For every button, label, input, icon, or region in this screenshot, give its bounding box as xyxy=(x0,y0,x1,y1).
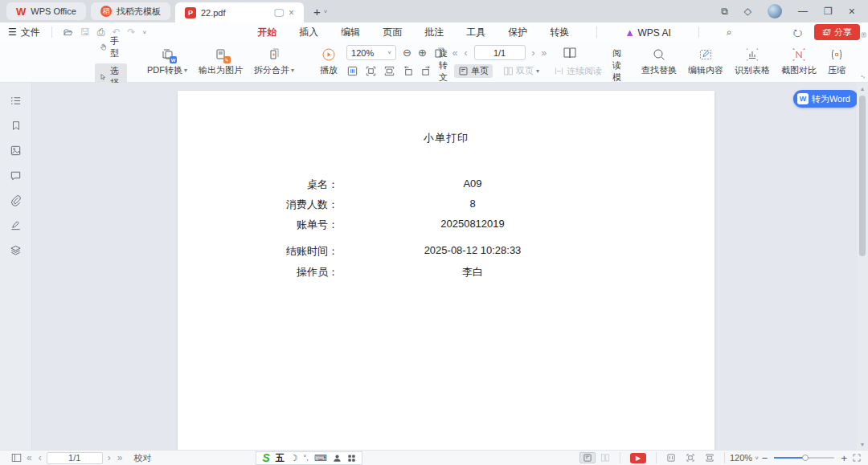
scroll-up-icon[interactable]: ▲ xyxy=(860,83,866,94)
zoom-select[interactable]: 120% ˅ xyxy=(346,45,396,60)
outline-panel-icon[interactable] xyxy=(10,94,23,107)
zoom-slider[interactable] xyxy=(774,457,834,459)
tab-22-pdf[interactable]: P 22.pdf 🖵 × xyxy=(175,2,304,22)
menu-tab-home[interactable]: 开始 xyxy=(257,26,276,39)
bookmark-panel-icon[interactable] xyxy=(10,119,23,132)
ime-moon-icon[interactable]: ☽ xyxy=(290,453,298,463)
continuous-read-button[interactable]: 连续阅读 xyxy=(550,64,606,78)
first-page-icon[interactable]: « xyxy=(452,47,458,59)
open-icon[interactable]: 🗁 xyxy=(63,27,73,38)
compress-button[interactable]: 压缩 xyxy=(822,46,851,78)
ime-user-icon[interactable] xyxy=(333,454,342,463)
share-button[interactable]: 🖅 分享 xyxy=(814,24,860,40)
close-button[interactable]: × xyxy=(849,5,855,18)
tab-templates[interactable]: 稻 找稻壳模板 xyxy=(91,2,170,20)
menu-tab-comment[interactable]: 批注 xyxy=(424,26,444,39)
ime-toolbar[interactable]: S 五 ☽ °, ⌨ xyxy=(256,451,362,465)
menu-tab-page[interactable]: 页面 xyxy=(383,26,402,39)
image-panel-icon[interactable] xyxy=(10,144,23,157)
actual-size-icon[interactable] xyxy=(383,65,395,77)
monitor-icon[interactable]: 🖵 xyxy=(274,7,284,18)
layers-panel-icon[interactable] xyxy=(10,243,23,256)
proofread-button[interactable]: 校对 xyxy=(133,452,151,464)
zoom-in-icon[interactable]: ⊕ xyxy=(418,47,427,59)
first-page-icon[interactable]: « xyxy=(27,452,32,463)
save-icon[interactable]: 🖫 xyxy=(80,27,90,38)
double-page-button[interactable]: 双页 ▾ xyxy=(499,64,543,78)
avatar[interactable] xyxy=(768,4,782,18)
fit-width-icon[interactable] xyxy=(661,453,681,463)
redo-icon[interactable]: ↷ xyxy=(127,27,135,38)
vertical-scrollbar[interactable]: ▲ ▼ xyxy=(857,83,868,450)
view-controls-row1: 120% ˅ ⊖ ⊕ « ‹ 1/1 › » xyxy=(346,44,621,61)
comment-panel-icon[interactable] xyxy=(10,169,23,182)
globe-icon[interactable]: ◇ xyxy=(744,6,751,17)
full-translate-button[interactable]: 全文翻译 xyxy=(856,22,868,49)
actual-size-icon[interactable] xyxy=(700,453,719,463)
tab-wps-office[interactable]: W WPS Office xyxy=(6,2,86,20)
fullscreen-icon[interactable] xyxy=(847,453,862,463)
menu-tab-tools[interactable]: 工具 xyxy=(466,26,485,39)
zoom-out-icon[interactable]: ⊖ xyxy=(403,47,411,59)
last-page-icon[interactable]: » xyxy=(117,452,123,463)
pdf-page[interactable]: 小单打印 桌名： A09 消费人数： 8 账单号： 20250812019 结账… xyxy=(178,91,714,450)
document-area[interactable]: 小单打印 桌名： A09 消费人数： 8 账单号： 20250812019 结账… xyxy=(33,83,857,450)
tab-list-chevron-icon[interactable]: ˅ xyxy=(324,8,328,15)
pdf-convert-button[interactable]: W PDF转换▾ xyxy=(141,46,193,78)
menu-tab-edit[interactable]: 编辑 xyxy=(341,26,360,39)
find-replace-button[interactable]: 查找替换 xyxy=(636,46,682,78)
page-number-input[interactable]: 1/1 xyxy=(474,45,526,60)
convert-to-word-button[interactable]: W 转为Word xyxy=(793,90,857,108)
next-page-icon[interactable]: › xyxy=(532,47,535,59)
single-page-button[interactable]: 单页 xyxy=(454,64,493,78)
prev-page-icon[interactable]: ‹ xyxy=(465,47,468,59)
edit-content-button[interactable]: 编辑内容 xyxy=(682,46,729,78)
zoom-out-button[interactable]: − xyxy=(762,452,768,464)
search-icon[interactable]: ⌕ xyxy=(727,27,732,38)
zoom-level-select[interactable]: 120% ˅ xyxy=(730,453,759,463)
qat-chevron-icon[interactable]: ˅ xyxy=(143,29,147,36)
play-button[interactable]: 播放 xyxy=(314,46,343,78)
export-image-button[interactable]: ✎ 输出为图片 xyxy=(193,46,248,78)
ime-mode-label[interactable]: 五 xyxy=(276,452,285,464)
fit-page-icon[interactable] xyxy=(681,453,700,463)
zoom-slider-knob[interactable] xyxy=(802,455,809,461)
ime-apps-icon[interactable] xyxy=(347,454,356,463)
menu-tab-insert[interactable]: 插入 xyxy=(299,26,318,39)
signature-panel-icon[interactable] xyxy=(10,218,23,231)
restore-button[interactable]: ❐ xyxy=(824,6,833,17)
prev-page-icon[interactable]: ‹ xyxy=(39,452,42,463)
ime-keyboard-icon[interactable]: ⌨ xyxy=(314,453,327,463)
screenshot-compare-button[interactable]: 截图对比 xyxy=(776,46,822,78)
read-mode-book-icon[interactable] xyxy=(563,47,577,59)
ime-punct-icon[interactable]: °, xyxy=(304,454,309,462)
rotate-right-icon[interactable] xyxy=(420,65,432,77)
play-slideshow-button[interactable]: ▶ xyxy=(630,453,646,463)
cloud-upload-icon[interactable]: ⭮ xyxy=(792,27,803,39)
rotate-left-icon[interactable] xyxy=(402,65,414,77)
menu-tab-wps-ai[interactable]: ▲ WPS AI xyxy=(624,27,671,39)
fit-page-refresh-icon[interactable] xyxy=(433,47,446,59)
last-page-icon[interactable]: » xyxy=(542,47,547,59)
fit-width-icon[interactable] xyxy=(346,65,358,77)
menu-tab-convert[interactable]: 转换 xyxy=(550,26,569,39)
sidebar-toggle-icon[interactable] xyxy=(6,453,27,463)
recognize-table-button[interactable]: 识别表格 xyxy=(729,46,776,78)
menu-tab-protect[interactable]: 保护 xyxy=(508,26,527,39)
layout-mode-icon[interactable]: ⧉ xyxy=(721,6,728,17)
scroll-down-icon[interactable]: ▼ xyxy=(860,438,866,450)
page-number-input[interactable]: 1/1 xyxy=(47,452,103,464)
zoom-in-button[interactable]: + xyxy=(841,452,847,464)
attachment-panel-icon[interactable] xyxy=(10,194,23,206)
next-page-icon[interactable]: › xyxy=(108,452,111,463)
file-menu[interactable]: ☰ 文件 xyxy=(8,26,40,39)
minimize-button[interactable]: — xyxy=(798,6,808,17)
fit-page-icon[interactable] xyxy=(365,65,377,77)
hand-tool-button[interactable]: 手型 xyxy=(95,34,127,61)
single-page-view-icon[interactable] xyxy=(579,452,596,463)
new-tab-button[interactable]: + xyxy=(313,5,321,18)
close-tab-icon[interactable]: × xyxy=(289,7,294,18)
double-page-view-icon[interactable] xyxy=(596,453,615,463)
scrollbar-thumb[interactable] xyxy=(859,96,866,256)
split-merge-button[interactable]: 拆分合并▾ xyxy=(248,46,300,78)
